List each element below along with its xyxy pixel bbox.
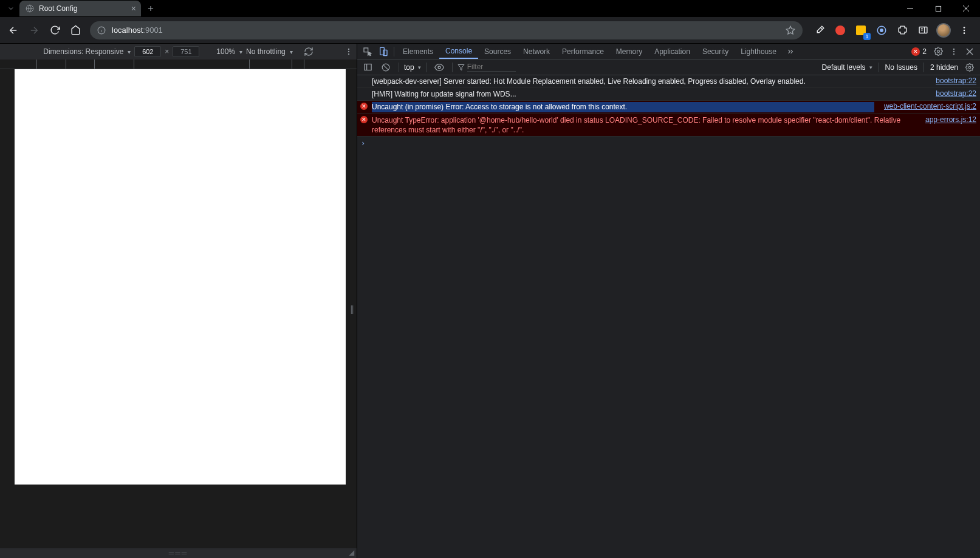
- message-source-link[interactable]: bootstrap:22: [930, 89, 976, 98]
- devtools-tab-security[interactable]: Security: [696, 44, 735, 59]
- devtools-tab-lighthouse[interactable]: Lighthouse: [735, 44, 783, 59]
- svg-rect-25: [364, 48, 368, 52]
- console-message[interactable]: ✕Uncaught (in promise) Error: Access to …: [357, 101, 980, 114]
- tab-search-button[interactable]: [5, 2, 17, 15]
- window-close-button[interactable]: [952, 0, 980, 17]
- console-log-area[interactable]: [webpack-dev-server] Server started: Hot…: [357, 75, 980, 558]
- devtools-tab-performance[interactable]: Performance: [556, 44, 610, 59]
- tab-close-button[interactable]: ×: [131, 4, 136, 13]
- resize-handle-corner[interactable]: ◢: [349, 548, 354, 557]
- back-button[interactable]: [4, 21, 23, 40]
- window-minimize-button[interactable]: [896, 0, 924, 17]
- ruler-horizontal: [0, 60, 357, 69]
- height-input[interactable]: [173, 46, 199, 57]
- site-info-icon[interactable]: [97, 26, 106, 35]
- devtools-menu-button[interactable]: [946, 44, 962, 60]
- window-titlebar: Root Config ×: [0, 0, 980, 17]
- devtools-tab-elements[interactable]: Elements: [397, 44, 439, 59]
- side-panel-button[interactable]: [914, 22, 931, 39]
- error-count-pill[interactable]: ✕2: [911, 47, 927, 56]
- chevron-right-icon: ›: [361, 139, 365, 148]
- device-mode-panel: Dimensions: Responsive × 100% No throttl…: [0, 44, 357, 558]
- rendered-page[interactable]: [15, 69, 346, 485]
- console-sidebar-toggle[interactable]: [360, 60, 375, 75]
- console-message[interactable]: [HMR] Waiting for update signal from WDS…: [357, 88, 980, 101]
- width-input[interactable]: [134, 46, 161, 57]
- home-button[interactable]: [66, 21, 85, 40]
- filter-icon: [457, 64, 465, 71]
- extension-eyedropper-icon[interactable]: [811, 22, 828, 39]
- reload-button[interactable]: [45, 21, 64, 40]
- svg-point-14: [880, 29, 883, 32]
- zoom-dropdown[interactable]: 100%: [216, 47, 242, 56]
- rotate-button[interactable]: [304, 47, 314, 56]
- extensions-button[interactable]: [894, 22, 911, 39]
- browser-navbar: localhost:9001 1: [0, 17, 980, 44]
- svg-point-24: [348, 53, 349, 55]
- rendered-page-area: ‖: [0, 69, 357, 548]
- devtools-settings-button[interactable]: [930, 44, 946, 60]
- message-source-link[interactable]: app-errors.js:12: [919, 115, 976, 124]
- svg-rect-15: [919, 27, 927, 33]
- more-tabs-button[interactable]: [783, 44, 798, 60]
- hidden-count[interactable]: 2 hidden: [930, 63, 958, 72]
- devtools-tab-network[interactable]: Network: [517, 44, 556, 59]
- svg-marker-39: [458, 64, 464, 70]
- devtools-tabs: ElementsConsoleSourcesNetworkPerformance…: [357, 44, 980, 60]
- console-prompt[interactable]: ›: [357, 137, 980, 150]
- profile-avatar[interactable]: [935, 22, 952, 39]
- throttling-dropdown[interactable]: No throttling: [246, 47, 293, 56]
- svg-point-31: [953, 53, 954, 54]
- live-expression-button[interactable]: [431, 60, 447, 75]
- inspect-element-button[interactable]: [360, 44, 375, 60]
- svg-marker-12: [786, 26, 794, 34]
- message-source-link[interactable]: bootstrap:22: [930, 77, 976, 85]
- bookmark-star-icon[interactable]: [786, 26, 795, 35]
- forward-button[interactable]: [24, 21, 44, 40]
- window-maximize-button[interactable]: [924, 0, 952, 17]
- toggle-device-button[interactable]: [375, 44, 391, 60]
- devtools-tab-sources[interactable]: Sources: [478, 44, 517, 59]
- svg-point-20: [964, 29, 965, 31]
- extension-circle-icon[interactable]: [873, 22, 890, 39]
- address-bar[interactable]: localhost:9001: [90, 21, 803, 39]
- extension-red-icon[interactable]: [832, 22, 849, 39]
- globe-icon: [26, 4, 34, 13]
- device-more-button[interactable]: [344, 47, 353, 56]
- svg-rect-34: [364, 64, 371, 70]
- svg-point-30: [953, 50, 954, 52]
- console-message[interactable]: [webpack-dev-server] Server started: Hot…: [357, 75, 980, 88]
- devtools-tab-memory[interactable]: Memory: [610, 44, 648, 59]
- issues-button[interactable]: No Issues: [885, 63, 917, 72]
- console-settings-button[interactable]: [962, 60, 978, 75]
- dimensions-dropdown[interactable]: Dimensions: Responsive: [43, 47, 131, 56]
- browser-menu-button[interactable]: [956, 22, 973, 39]
- error-icon: ✕: [360, 103, 368, 110]
- context-dropdown[interactable]: top: [404, 63, 421, 72]
- filter-input[interactable]: [467, 63, 516, 72]
- new-tab-button[interactable]: [143, 1, 158, 16]
- console-toolbar: top Default levels No Issues 2 hidden: [357, 60, 980, 75]
- tab-title: Root Config: [39, 4, 77, 13]
- message-text: [webpack-dev-server] Server started: Hot…: [372, 77, 926, 86]
- resize-handle-horizontal[interactable]: ═══ ◢: [0, 548, 357, 558]
- devtools-tab-application[interactable]: Application: [648, 44, 696, 59]
- error-icon: ✕: [360, 116, 368, 123]
- svg-point-40: [968, 66, 971, 69]
- svg-point-28: [937, 50, 939, 53]
- device-toolbar: Dimensions: Responsive × 100% No throttl…: [0, 44, 357, 60]
- svg-point-29: [953, 48, 954, 49]
- browser-tab[interactable]: Root Config ×: [19, 1, 141, 16]
- console-message[interactable]: ✕Uncaught TypeError: application '@home-…: [357, 114, 980, 137]
- message-text: Uncaught (in promise) Error: Access to s…: [372, 102, 874, 112]
- extension-yellow-icon[interactable]: 1: [852, 22, 869, 39]
- clear-console-button[interactable]: [378, 60, 394, 75]
- resize-handle-vertical[interactable]: ‖: [350, 304, 353, 314]
- log-levels-dropdown[interactable]: Default levels: [822, 63, 872, 72]
- url-text: localhost:9001: [112, 26, 780, 35]
- svg-line-37: [383, 64, 388, 69]
- message-text: [HMR] Waiting for update signal from WDS…: [372, 89, 926, 99]
- message-source-link[interactable]: web-client-content-script.js:2: [878, 102, 976, 111]
- devtools-close-button[interactable]: [962, 44, 978, 60]
- devtools-tab-console[interactable]: Console: [439, 44, 478, 59]
